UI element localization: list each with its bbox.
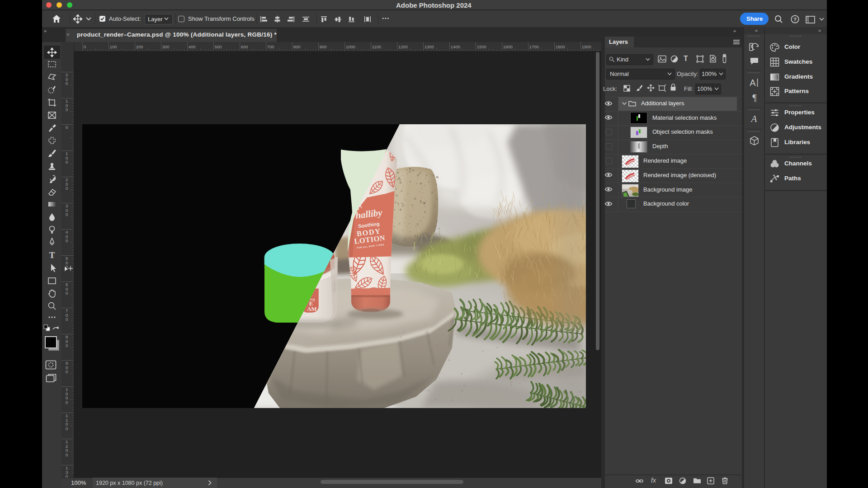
svg-text:A: A: [750, 114, 757, 124]
svg-text:¶: ¶: [752, 93, 756, 103]
svg-text:?: ?: [793, 17, 797, 22]
svg-text:T: T: [49, 250, 55, 260]
svg-text:A: A: [750, 78, 756, 88]
